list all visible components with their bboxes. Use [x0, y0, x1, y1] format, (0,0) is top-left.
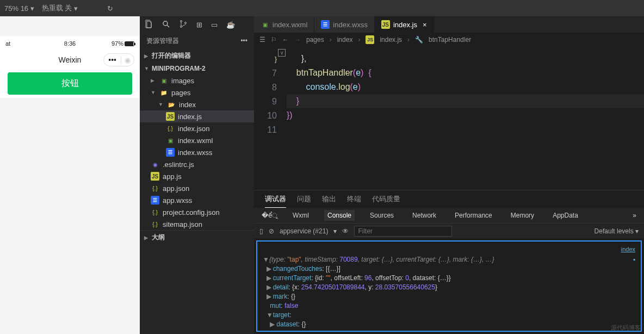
levels-select[interactable]: Default levels ▾	[595, 227, 639, 235]
carrier-text: at	[5, 40, 10, 47]
bookmark-icon[interactable]: ⚐	[271, 36, 277, 44]
project-section[interactable]: ▼MINIPROGRAM-2	[140, 63, 254, 75]
tab-js[interactable]: JSindex.js×	[375, 16, 434, 33]
tab-debugger[interactable]: 调试器	[265, 191, 286, 208]
file-index-wxss[interactable]: ☰index.wxss	[140, 146, 254, 158]
zoom-level[interactable]: 75% 16 ▾	[4, 4, 34, 13]
simulator-panel: at 8:36 97% Weixin ••• ◉ 按钮	[0, 16, 140, 334]
file-index-js[interactable]: JSindex.js	[140, 110, 254, 122]
file-index-wxml[interactable]: ▣index.wxml	[140, 134, 254, 146]
devtab-network[interactable]: Network	[409, 210, 439, 221]
devtab-performance[interactable]: Performance	[451, 210, 496, 221]
menu-icon[interactable]: •••	[104, 55, 121, 64]
devtab-console[interactable]: Console	[324, 210, 355, 221]
devtab-memory[interactable]: Memory	[507, 210, 537, 221]
clear-icon[interactable]: ⊘	[269, 227, 274, 235]
watermark: 源代码博客	[611, 324, 641, 332]
hot-reload-toggle[interactable]: 热重载 关 ▾	[42, 3, 78, 13]
file-app-js[interactable]: JSapp.js	[140, 170, 254, 182]
panel-icon[interactable]: ▭	[211, 21, 218, 29]
context-select[interactable]: appservice (#21) ▾	[280, 227, 337, 235]
tab-terminal[interactable]: 终端	[347, 191, 361, 207]
more-icon[interactable]: »	[633, 212, 636, 219]
cup-icon[interactable]: ☕	[226, 21, 235, 29]
file-eslint[interactable]: ◉.eslintrc.js	[140, 158, 254, 170]
tab-quality[interactable]: 代码质量	[372, 191, 400, 207]
folder-index[interactable]: ▼📂index	[140, 98, 254, 110]
svg-point-3	[185, 22, 187, 23]
source-link[interactable]: index	[263, 245, 635, 254]
files-icon[interactable]	[144, 20, 153, 30]
tab-problems[interactable]: 问题	[297, 191, 311, 207]
capsule-button[interactable]: ••• ◉	[103, 53, 134, 66]
eye-icon[interactable]: 👁	[342, 227, 349, 235]
panel-tabs: 调试器 问题 输出 终端 代码质量	[254, 190, 644, 208]
close-icon[interactable]: ◉	[121, 56, 134, 64]
devtab-sources[interactable]: Sources	[367, 210, 397, 221]
nav-bar: Weixin ••• ◉	[0, 51, 140, 69]
tab-wxss[interactable]: ☰index.wxss	[314, 16, 375, 33]
battery-text: 97%	[112, 40, 134, 47]
devtab-wxml[interactable]: Wxml	[289, 210, 312, 221]
tab-wxml[interactable]: ▣index.wxml	[254, 16, 314, 33]
nav-title: Weixin	[59, 55, 82, 64]
inspect-icon[interactable]: �ểু	[262, 212, 277, 219]
svg-point-2	[181, 26, 182, 27]
explorer: 资源管理器 ••• ▶打开的编辑器 ▼MINIPROGRAM-2 ▶▣image…	[140, 33, 254, 244]
forward-icon[interactable]: →	[294, 36, 301, 44]
code-editor[interactable]: ∨ } 7 8 9 10 11 }, btnTapHandler(e) { co…	[254, 47, 644, 190]
clock: 8:36	[64, 40, 76, 47]
explorer-title: 资源管理器	[146, 36, 179, 46]
tab-output[interactable]: 输出	[322, 191, 336, 207]
file-app-json[interactable]: {.}app.json	[140, 182, 254, 194]
console-output[interactable]: index ▼{type: "tap", timeStamp: 70089, t…	[256, 240, 642, 332]
primary-button[interactable]: 按钮	[8, 72, 132, 95]
crumb-icon[interactable]: ☰	[259, 36, 265, 44]
more-icon[interactable]: •••	[240, 37, 247, 45]
svg-point-0	[163, 21, 168, 26]
close-icon[interactable]: ×	[423, 21, 427, 29]
file-app-wxss[interactable]: ☰app.wxss	[140, 194, 254, 206]
folder-images[interactable]: ▶▣images	[140, 75, 254, 86]
top-toolbar: 75% 16 ▾ 热重载 关 ▾ ↻	[0, 0, 644, 16]
refresh-icon[interactable]: ↻	[107, 4, 113, 13]
search-icon[interactable]	[162, 20, 170, 30]
ext-icon[interactable]: ⊞	[196, 21, 202, 29]
editor-tabs: ▣index.wxml ☰index.wxss JSindex.js×	[254, 16, 644, 33]
fold-icon[interactable]: ∨	[278, 49, 286, 57]
folder-pages[interactable]: ▼📁pages	[140, 86, 254, 98]
open-editors-section[interactable]: ▶打开的编辑器	[140, 49, 254, 63]
back-icon[interactable]: ←	[282, 36, 289, 44]
outline-section[interactable]: ▶大纲	[140, 230, 254, 244]
file-sitemap[interactable]: {.}sitemap.json	[140, 218, 254, 230]
file-project-config[interactable]: {.}project.config.json	[140, 206, 254, 218]
sidebar-toggle-icon[interactable]: ▯	[259, 227, 263, 235]
devtools-tabs: �ểু Wxml Console Sources Network Perform…	[254, 208, 644, 223]
breadcrumb[interactable]: ☰ ⚐ ← → pages› index› JSindex.js› 🔧btnTa…	[254, 33, 644, 47]
activity-bar: ⊞ ▭ ☕	[140, 16, 254, 33]
filter-input[interactable]	[354, 226, 452, 237]
branch-icon[interactable]	[179, 20, 188, 30]
devtab-appdata[interactable]: AppData	[549, 210, 581, 221]
console-filter-bar: ▯ ⊘ appservice (#21) ▾ 👁 Default levels …	[254, 223, 644, 238]
file-index-json[interactable]: {.}index.json	[140, 122, 254, 134]
svg-point-1	[181, 20, 182, 22]
